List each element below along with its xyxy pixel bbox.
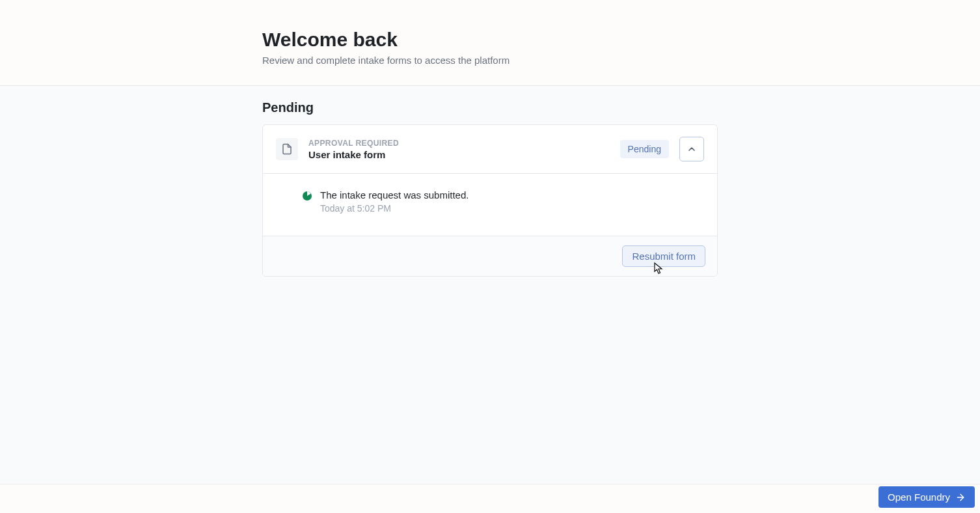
page-subtitle: Review and complete intake forms to acce… — [262, 55, 718, 66]
card-overline: APPROVAL REQUIRED — [308, 139, 610, 148]
status-badge: Pending — [620, 140, 669, 158]
card-header: APPROVAL REQUIRED User intake form Pendi… — [263, 125, 717, 173]
document-icon — [276, 138, 298, 160]
section-title-pending: Pending — [262, 100, 718, 115]
resubmit-form-button[interactable]: Resubmit form — [622, 245, 705, 267]
arrow-right-icon — [955, 492, 966, 503]
intake-form-card: APPROVAL REQUIRED User intake form Pendi… — [262, 124, 718, 277]
footer-divider — [0, 484, 980, 484]
chevron-up-icon — [687, 144, 697, 154]
open-foundry-button[interactable]: Open Foundry — [878, 486, 975, 508]
page-header: Welcome back Review and complete intake … — [0, 0, 980, 85]
open-foundry-label: Open Foundry — [888, 492, 950, 503]
submitted-pie-icon — [302, 191, 312, 201]
content-area: Pending APPROVAL REQUIRED User intake fo… — [0, 85, 980, 482]
card-footer: Resubmit form — [263, 236, 717, 276]
card-title: User intake form — [308, 149, 610, 160]
card-body: The intake request was submitted. Today … — [263, 173, 717, 236]
page-title: Welcome back — [262, 29, 718, 51]
status-message: The intake request was submitted. — [320, 189, 469, 201]
status-timestamp: Today at 5:02 PM — [320, 203, 469, 214]
collapse-button[interactable] — [679, 137, 704, 161]
